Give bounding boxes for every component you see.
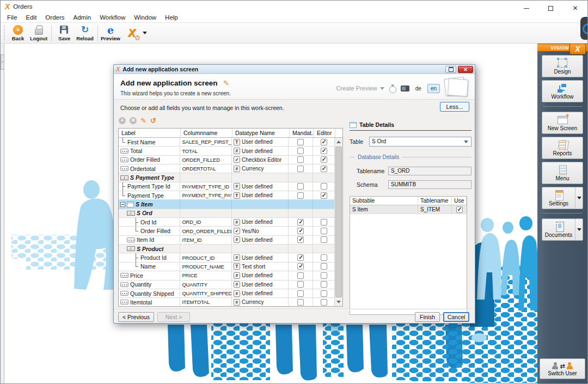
splitter-collapse-icon[interactable]: ›: [1, 54, 4, 70]
table-row[interactable]: S Payment Type: [119, 173, 334, 182]
dialog-restore-button[interactable]: [445, 66, 456, 73]
previous-button[interactable]: < Previous: [118, 312, 154, 322]
switch-user-button[interactable]: ⇄ Switch User: [540, 358, 585, 379]
sidebar-item-settings[interactable]: Settings: [542, 187, 583, 209]
scrollbar-thumb[interactable]: [335, 147, 342, 297]
edit-row-icon[interactable]: ✎: [140, 117, 146, 124]
finish-button[interactable]: Finish: [415, 312, 440, 322]
subtable-column-header-subtable[interactable]: Subtable: [350, 197, 418, 205]
mandatory-checkbox[interactable]: [297, 139, 304, 145]
toolbar-button-back[interactable]: «Back: [8, 24, 28, 42]
table-row[interactable]: OrdertotalORDERTOTAL#Currency: [119, 164, 334, 173]
table-row[interactable]: Quantity ShippedQUANTITY_SHIPPED#User de…: [119, 289, 334, 298]
menu-item-edit[interactable]: Edit: [22, 13, 41, 22]
editor-checkbox[interactable]: [321, 183, 327, 190]
grid-scrollbar[interactable]: [334, 138, 342, 306]
dropdown-arrow-icon[interactable]: [575, 219, 583, 240]
subtable-column-header-tablename[interactable]: Tablename: [418, 197, 452, 205]
subtable-column-header-use[interactable]: Use: [452, 197, 467, 205]
mandatory-checkbox[interactable]: [297, 183, 304, 190]
editor-checkbox[interactable]: [321, 236, 327, 243]
table-select[interactable]: S Ord: [369, 137, 471, 147]
table-row[interactable]: Order FilledORD_ORDER_FILLED✓Yes/No: [119, 227, 334, 235]
table-row[interactable]: QuantityQUANTITY#User defined: [119, 281, 334, 289]
left-splitter[interactable]: ›: [1, 44, 4, 383]
vision-x-badge-icon[interactable]: X: [569, 44, 586, 54]
language-toggle-de[interactable]: de: [414, 84, 423, 93]
subtable-row[interactable]: S ItemS_ITEM: [350, 205, 467, 214]
schema-field[interactable]: SUMMITB: [388, 180, 471, 189]
editor-checkbox[interactable]: [321, 148, 327, 154]
toolbar-button-save[interactable]: Save: [54, 24, 75, 42]
menu-item-workflow[interactable]: Workflow: [95, 13, 130, 22]
dropdown-arrow-icon[interactable]: [575, 187, 583, 209]
toolbar-grip[interactable]: [3, 25, 6, 41]
table-row[interactable]: ItemtotalITEMTOTAL#Currency: [119, 298, 334, 306]
table-row[interactable]: Payment Type IdPAYMENT_TYPE_ID#User defi…: [119, 182, 334, 191]
mandatory-checkbox[interactable]: [297, 156, 304, 163]
docked-panel-peek[interactable]: [580, 17, 587, 40]
table-row[interactable]: Payment TypePAYMENT_TYPE_PAYMEN...TUser …: [119, 191, 334, 200]
table-row[interactable]: Product IdPRODUCT_ID#User defined: [119, 253, 334, 262]
mandatory-checkbox[interactable]: [297, 299, 304, 306]
language-toggle-en[interactable]: en: [427, 84, 440, 93]
table-row[interactable]: Order FilledORDER_FILLED✓Checkbox Editor: [119, 156, 334, 164]
column-header-mandat-[interactable]: Mandat...: [290, 129, 314, 137]
editor-checkbox[interactable]: [321, 299, 327, 306]
visionx-logo-icon[interactable]: X: [123, 25, 140, 41]
remove-row-icon[interactable]: ✕: [130, 117, 137, 124]
menu-item-admin[interactable]: Admin: [69, 13, 96, 22]
create-preview-dropdown[interactable]: Create Preview: [336, 85, 384, 92]
editor-checkbox[interactable]: [321, 192, 327, 199]
editor-checkbox[interactable]: [321, 272, 327, 279]
sidebar-item-menu[interactable]: Menu: [542, 162, 583, 184]
mandatory-checkbox[interactable]: [297, 228, 304, 234]
mandatory-checkbox[interactable]: [297, 272, 304, 279]
mandatory-checkbox[interactable]: [297, 192, 304, 199]
menu-item-file[interactable]: File: [3, 13, 22, 22]
mandatory-checkbox[interactable]: [297, 281, 304, 288]
editor-checkbox[interactable]: [321, 166, 327, 172]
use-checkbox[interactable]: [456, 206, 463, 213]
mandatory-checkbox[interactable]: [297, 148, 304, 154]
table-row[interactable]: S Item: [119, 200, 334, 209]
table-row[interactable]: Item IdITEM_ID#User defined: [119, 236, 334, 245]
mandatory-checkbox[interactable]: [297, 254, 304, 261]
editor-checkbox[interactable]: [321, 156, 327, 163]
toolbar-button-reload[interactable]: ↻Reload: [75, 24, 95, 42]
menu-item-help[interactable]: Help: [161, 13, 182, 22]
video-icon[interactable]: [401, 86, 409, 92]
editor-checkbox[interactable]: [321, 219, 327, 225]
dialog-title-bar[interactable]: X Add new application screen ✕: [114, 65, 475, 74]
editor-checkbox[interactable]: [321, 139, 327, 145]
sidebar-item-new-screen[interactable]: New Screen: [542, 112, 583, 134]
scroll-up-icon[interactable]: [335, 138, 342, 146]
table-row[interactable]: First NameSALES_REP_FIRST_NAMETUser defi…: [119, 138, 334, 147]
editor-checkbox[interactable]: [321, 263, 327, 270]
table-row[interactable]: Ord IdORD_ID#User defined: [119, 218, 334, 227]
sidebar-item-reports[interactable]: Reports: [542, 137, 583, 159]
table-row[interactable]: TotalTOTAL#User defined: [119, 147, 334, 155]
tablename-field[interactable]: S_ORD: [388, 167, 471, 175]
toolbar-button-preview[interactable]: ePreview: [100, 24, 121, 42]
menu-item-window[interactable]: Window: [130, 13, 161, 22]
mandatory-checkbox[interactable]: [297, 290, 304, 297]
editor-checkbox[interactable]: [321, 254, 327, 261]
mandatory-checkbox[interactable]: [297, 236, 304, 243]
editor-checkbox[interactable]: [321, 281, 327, 288]
toolbar-dropdown-caret[interactable]: [143, 32, 147, 36]
toolbar-button-logout[interactable]: Logout: [28, 24, 49, 42]
column-header-columnname[interactable]: Columnname: [181, 129, 232, 137]
table-row[interactable]: PricePRICE#User defined: [119, 271, 334, 280]
scroll-down-icon[interactable]: [335, 298, 342, 306]
edit-pencil-icon[interactable]: ✎: [223, 79, 229, 87]
editor-checkbox[interactable]: [321, 290, 327, 297]
refresh-icon[interactable]: ↺: [150, 117, 156, 124]
column-header-datatype-name[interactable]: Datatype Name: [232, 129, 290, 137]
column-header-editor[interactable]: Editor: [314, 129, 335, 137]
preview-thumbnail[interactable]: [444, 77, 469, 98]
mandatory-checkbox[interactable]: [297, 166, 304, 172]
column-header-label[interactable]: Label: [119, 129, 181, 137]
next-button[interactable]: Next >: [157, 312, 190, 322]
sidebar-item-documents[interactable]: Documents: [542, 218, 583, 241]
